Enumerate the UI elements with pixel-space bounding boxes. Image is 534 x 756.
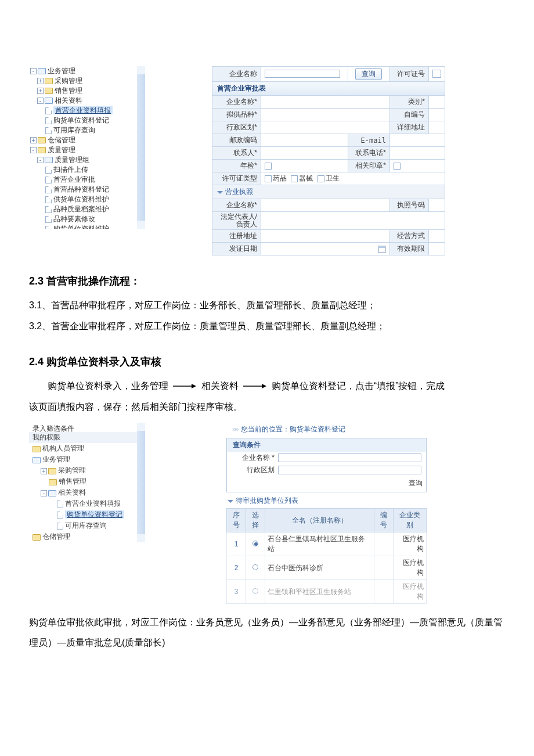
label-permit: 许可证号 xyxy=(389,67,428,82)
expand-icon[interactable]: + xyxy=(37,88,44,94)
tree-node[interactable]: 质量管理 xyxy=(48,146,75,154)
label: 邮政编码 xyxy=(212,134,261,147)
tree-node[interactable]: 供货单位资料维护 xyxy=(53,195,109,203)
triangle-icon xyxy=(228,500,233,503)
company-input[interactable] xyxy=(278,453,421,462)
expand-icon[interactable]: + xyxy=(37,78,44,84)
svg-marker-5 xyxy=(262,384,266,388)
approval-flow-text: 购货单位审批依此审批，对应工作岗位：业务员意见（业务员）—业务部意见（业务部经理… xyxy=(29,612,505,653)
expand-icon[interactable]: + xyxy=(41,468,47,474)
pending-header: 待审批购货单位列表 xyxy=(226,492,427,508)
label: 年检* xyxy=(212,160,261,172)
col-name: 全名（注册名称） xyxy=(265,509,374,532)
tree-node[interactable]: 采购管理 xyxy=(55,77,82,85)
tree-node[interactable]: 相关资料 xyxy=(58,488,86,496)
scrollbar[interactable] xyxy=(137,66,145,229)
collapse-icon[interactable]: - xyxy=(37,157,44,163)
expand-icon[interactable]: + xyxy=(30,137,37,143)
folder-icon xyxy=(45,88,53,94)
tree-node[interactable]: 购货单位资料登记 xyxy=(53,116,109,124)
label: 有效期限 xyxy=(389,243,428,255)
folder-icon xyxy=(48,490,56,496)
checkbox-health[interactable] xyxy=(317,175,324,182)
tree-node-active[interactable]: 购货单位资料登记 xyxy=(65,510,124,519)
label: 详细地址 xyxy=(389,121,428,134)
collapse-icon[interactable]: - xyxy=(30,68,37,74)
tree-node[interactable]: 质量管理组 xyxy=(55,156,89,164)
file-icon xyxy=(45,226,52,229)
label-company: 企业名称 xyxy=(212,67,261,82)
tree-node[interactable]: 首营企业审批 xyxy=(53,175,95,183)
tree-node[interactable]: 扫描件上传 xyxy=(53,165,88,174)
label: 发证日期 xyxy=(212,243,261,255)
file-icon xyxy=(45,196,52,203)
folder-icon xyxy=(33,446,41,452)
col-seq: 序号 xyxy=(227,509,246,532)
calendar-icon[interactable] xyxy=(378,245,386,253)
radio-select[interactable] xyxy=(252,564,258,570)
checkbox-drug[interactable] xyxy=(265,175,272,182)
triangle-icon xyxy=(217,191,223,194)
folder-icon xyxy=(38,68,46,74)
checkbox[interactable] xyxy=(394,163,400,170)
tree-node[interactable]: 采购管理 xyxy=(58,466,86,474)
folder-icon xyxy=(45,98,53,104)
label: 许可证类型 xyxy=(212,172,261,185)
tree-node[interactable]: 仓储管理 xyxy=(42,532,70,541)
folder-icon xyxy=(38,147,46,153)
col-pick: 选择 xyxy=(246,509,265,532)
checkbox-device[interactable] xyxy=(291,175,298,182)
section-header: 首营企业审批表 xyxy=(212,82,445,96)
screenshot-2: 录入筛选条件 我的权限 机构人员管理 业务管理 +采购管理 销售管理 -相关资料… xyxy=(29,423,505,604)
tree-node[interactable]: 首营企业资料填报 xyxy=(65,499,121,507)
tree-node[interactable]: 可用库存查询 xyxy=(53,126,95,134)
collapse-icon[interactable]: - xyxy=(41,490,47,496)
label: 相关印章* xyxy=(348,160,389,172)
tree-node[interactable]: 业务管理 xyxy=(42,455,70,463)
table-row[interactable]: 1 石台县仁里镇马村社区卫生服务站医疗机构 xyxy=(227,532,427,556)
label: 药品 xyxy=(273,174,287,182)
tree-node[interactable]: 机构人员管理 xyxy=(42,444,84,452)
radio-select[interactable] xyxy=(252,588,258,594)
file-icon xyxy=(45,107,52,114)
folder-icon xyxy=(45,78,53,84)
tree-node[interactable]: 仓储管理 xyxy=(48,136,75,144)
tree-node[interactable]: 销售管理 xyxy=(59,477,86,485)
folder-icon xyxy=(48,468,56,474)
group-header[interactable]: 营业执照 xyxy=(212,185,445,199)
folder-icon xyxy=(33,534,41,541)
collapse-icon[interactable]: - xyxy=(30,147,37,153)
file-icon xyxy=(57,501,63,507)
label: E-mail xyxy=(348,134,389,147)
tree-node[interactable]: 品种要素修改 xyxy=(53,215,95,223)
table-row[interactable]: 3 仁里镇和平社区卫生服务站医疗机构 xyxy=(227,580,427,604)
paragraph-3-2: 3.2、首营企业审批程序，对应工作岗位：质量管理员、质量管理部长、质量副总经理； xyxy=(29,316,505,336)
scrollbar[interactable] xyxy=(137,423,145,542)
file-icon xyxy=(57,523,63,530)
query-button[interactable]: 查询 xyxy=(409,479,423,487)
tree-node[interactable]: 品种质量档案维护 xyxy=(53,205,109,213)
tree-node[interactable]: 我的权限 xyxy=(29,432,145,443)
col-type: 企业类别 xyxy=(394,509,427,532)
label: 企业名称* xyxy=(212,199,261,212)
tree-node[interactable]: 购货单位资料维护 xyxy=(53,225,109,229)
radio-select[interactable] xyxy=(252,541,258,546)
collapse-icon[interactable]: - xyxy=(37,98,44,104)
folder-icon xyxy=(38,137,46,143)
chevron-icon: »» xyxy=(232,425,237,433)
table-row[interactable]: 2 石台中医伤科诊所医疗机构 xyxy=(227,556,427,580)
tree-node[interactable]: 可用库存查询 xyxy=(65,521,107,530)
permit-input[interactable] xyxy=(432,70,441,78)
tree-node[interactable]: 业务管理 xyxy=(48,67,75,75)
tree-node[interactable]: 首营品种资料登记 xyxy=(53,185,109,193)
tree-node[interactable]: 相关资料 xyxy=(55,96,82,105)
region-input[interactable] xyxy=(278,466,421,474)
file-icon xyxy=(45,206,52,213)
checkbox[interactable] xyxy=(265,163,272,170)
company-name-input[interactable] xyxy=(265,70,340,78)
label: 执照号码 xyxy=(389,199,428,212)
tree-node[interactable]: 销售管理 xyxy=(55,87,82,95)
tree-node-active[interactable]: 首营企业资料填报 xyxy=(53,106,113,114)
query-button[interactable]: 查询 xyxy=(355,68,382,80)
paragraph-2-4b: 该页面填报内容，保存；然后相关部门按程序审核。 xyxy=(29,397,505,417)
